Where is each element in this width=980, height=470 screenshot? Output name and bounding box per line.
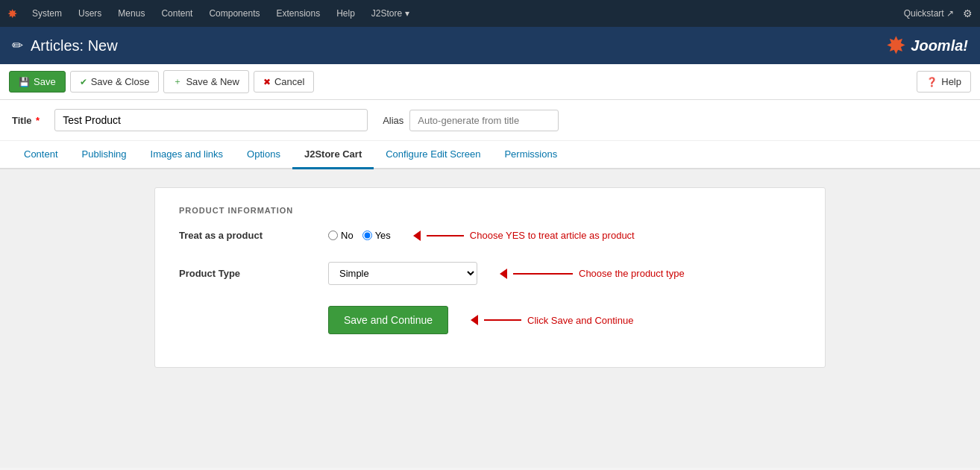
- product-type-control: Simple Variable Downloadable External Ch…: [328, 262, 801, 285]
- tab-permissions[interactable]: Permissions: [492, 141, 569, 169]
- nav-content[interactable]: Content: [155, 0, 198, 27]
- joomla-brand-text: Joomla!: [911, 37, 968, 54]
- header-bar: ✏ Articles: New ✸ Joomla!: [0, 27, 980, 64]
- nav-system[interactable]: System: [26, 0, 68, 27]
- save-continue-annotation-container: Click Save and Continue: [471, 315, 633, 326]
- alias-input[interactable]: [409, 110, 559, 131]
- nav-help[interactable]: Help: [330, 0, 361, 27]
- treat-radio-group: No Yes: [328, 230, 391, 241]
- cancel-button[interactable]: ✖ Cancel: [254, 71, 314, 93]
- product-type-arrow-shaft: [513, 273, 573, 275]
- main-content: PRODUCT INFORMATION Treat as a product N…: [0, 169, 980, 468]
- right-nav-area: Quickstart ↗ ⚙: [904, 7, 973, 19]
- treat-as-product-row: Treat as a product No Yes Choos: [179, 230, 801, 241]
- save-new-button[interactable]: ＋ Save & New: [163, 70, 249, 93]
- product-type-annotation-text: Choose the product type: [579, 268, 685, 279]
- nav-components[interactable]: Components: [203, 0, 266, 27]
- nav-extensions[interactable]: Extensions: [270, 0, 326, 27]
- save-continue-arrow-shaft: [484, 319, 521, 321]
- save-continue-row: Save and Continue Click Save and Continu…: [179, 306, 801, 334]
- title-label: Title *: [12, 115, 40, 126]
- top-navigation: ✸ System Users Menus Content Components …: [0, 0, 980, 27]
- tab-images-links[interactable]: Images and links: [139, 141, 236, 169]
- tab-content[interactable]: Content: [12, 141, 70, 169]
- radio-no-label[interactable]: No: [328, 230, 354, 241]
- save-icon: 💾: [19, 77, 30, 87]
- treat-arrow-shaft: [427, 235, 464, 236]
- help-button[interactable]: ❓ Help: [917, 71, 971, 93]
- tab-j2store-cart[interactable]: J2Store Cart: [292, 141, 374, 169]
- save-button[interactable]: 💾 Save: [9, 71, 66, 93]
- pencil-icon: ✏: [12, 37, 23, 54]
- save-continue-control: Save and Continue Click Save and Continu…: [328, 306, 801, 334]
- x-icon: ✖: [263, 77, 271, 87]
- treat-arrow-head: [413, 231, 421, 241]
- treat-control: No Yes Choose YES to treat article as pr…: [328, 230, 801, 241]
- product-type-arrow-head: [500, 269, 507, 279]
- question-icon: ❓: [926, 77, 937, 87]
- product-info-panel: PRODUCT INFORMATION Treat as a product N…: [154, 187, 826, 368]
- joomla-star-icon: ✸: [886, 31, 906, 60]
- required-marker: *: [34, 115, 40, 126]
- radio-no[interactable]: [328, 231, 338, 240]
- alias-group: Alias: [383, 110, 559, 131]
- tab-publishing[interactable]: Publishing: [70, 141, 139, 169]
- joomla-logo: ✸ Joomla!: [886, 31, 968, 60]
- save-continue-annotation-text: Click Save and Continue: [527, 315, 633, 326]
- radio-yes[interactable]: [362, 231, 372, 240]
- tabs-bar: Content Publishing Images and links Opti…: [0, 141, 980, 169]
- panel-title: PRODUCT INFORMATION: [179, 206, 801, 215]
- treat-annotation-text: Choose YES to treat article as product: [470, 230, 635, 241]
- page-title: Articles: New: [31, 37, 886, 54]
- product-type-select[interactable]: Simple Variable Downloadable External: [328, 262, 477, 285]
- save-continue-button[interactable]: Save and Continue: [328, 306, 448, 334]
- nav-menus[interactable]: Menus: [112, 0, 151, 27]
- product-type-row: Product Type Simple Variable Downloadabl…: [179, 262, 801, 285]
- tab-options[interactable]: Options: [235, 141, 292, 169]
- treat-annotation-container: Choose YES to treat article as product: [413, 230, 635, 241]
- joomla-nav-icon: ✸: [7, 7, 17, 21]
- plus-icon: ＋: [173, 75, 182, 88]
- gear-icon[interactable]: ⚙: [963, 7, 973, 19]
- check-icon: ✔: [80, 77, 87, 87]
- quickstart-link[interactable]: Quickstart ↗: [904, 8, 954, 19]
- save-continue-arrow-head: [471, 315, 478, 325]
- tab-configure-edit-screen[interactable]: Configure Edit Screen: [374, 141, 492, 169]
- save-close-button[interactable]: ✔ Save & Close: [70, 71, 160, 93]
- treat-label: Treat as a product: [179, 230, 328, 241]
- nav-j2store[interactable]: J2Store ▾: [365, 0, 415, 27]
- radio-yes-label[interactable]: Yes: [362, 230, 391, 241]
- product-type-annotation-container: Choose the product type: [500, 268, 685, 279]
- nav-users[interactable]: Users: [72, 0, 107, 27]
- title-area: Title * Alias: [0, 100, 980, 141]
- alias-label: Alias: [383, 115, 403, 126]
- product-type-label: Product Type: [179, 268, 328, 279]
- title-input[interactable]: [54, 109, 368, 131]
- toolbar: 💾 Save ✔ Save & Close ＋ Save & New ✖ Can…: [0, 64, 980, 100]
